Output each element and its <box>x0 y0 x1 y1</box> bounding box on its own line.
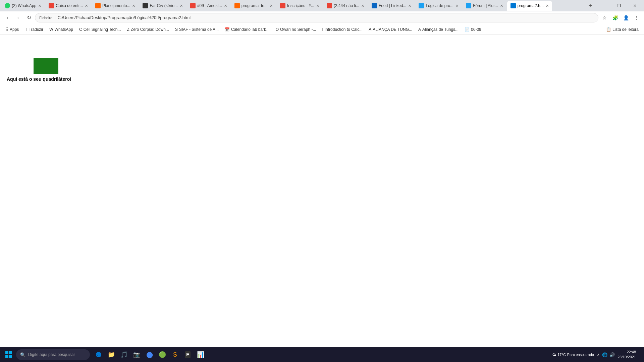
weather-icon: 🌤 <box>552 353 556 357</box>
bm-calendario[interactable]: 📅Calendario lab barb... <box>222 25 272 34</box>
weather-display[interactable]: 🌤 17°C Parc ensolarado <box>552 353 594 357</box>
bm-owari[interactable]: OOwari no Seraph -... <box>273 25 319 34</box>
bm-whatsapp-icon: W <box>49 27 53 32</box>
bm-0609[interactable]: 📄06-09 <box>462 25 484 34</box>
bm-siaf-label: SIAF - Sistema de A... <box>179 27 219 32</box>
start-button[interactable] <box>3 349 15 361</box>
tab-planejamento-favicon <box>95 3 101 8</box>
tray-chevron[interactable]: ∧ <box>597 352 600 357</box>
taskbar-sublime[interactable]: S <box>169 349 181 361</box>
taskbar-explorer[interactable]: 📁 <box>105 349 117 361</box>
tab-farcry-favicon <box>143 3 148 8</box>
taskbar-app9[interactable]: 📊 <box>195 349 207 361</box>
tab-gmail-close[interactable]: ✕ <box>85 4 88 8</box>
tab-forum[interactable]: Fórum | Alur...✕ <box>463 1 506 11</box>
bm-whatsapp[interactable]: WWhatsApp <box>47 25 76 34</box>
tab-programa[interactable]: programa_te...✕ <box>231 1 276 11</box>
bm-alianca-tung-label: ALIANÇA DE TUNG... <box>373 27 412 32</box>
taskbar-search[interactable]: 🔍 Digite aqui para pesquisar <box>16 349 90 360</box>
tab-farcry[interactable]: Far Cry (série...✕ <box>139 1 186 11</box>
clock-date: 23/10/2021 <box>618 355 636 360</box>
tab-programa2-favicon <box>511 3 516 8</box>
close-button[interactable]: ✕ <box>627 0 643 11</box>
tab-amostras-close[interactable]: ✕ <box>224 4 227 8</box>
weather-condition: Parc ensolarado <box>567 353 594 357</box>
bm-intro-calc-icon: I <box>322 27 323 32</box>
tab-whatsapp[interactable]: (2) WhatsApp✕ <box>1 1 45 11</box>
bm-siaf[interactable]: SSIAF - Sistema de A... <box>172 25 221 34</box>
bm-apps-icon: ⠿ <box>5 27 8 32</box>
tab-gmail[interactable]: Caixa de entr...✕ <box>45 1 91 11</box>
taskbar-app3[interactable]: 🎵 <box>118 349 130 361</box>
address-bar[interactable]: Ficheiro | C:/Users/Pichau/Desktop/Progr… <box>35 13 598 22</box>
tab-amostras-favicon <box>190 3 196 8</box>
tab-planejamento[interactable]: Planejamento...✕ <box>92 1 139 11</box>
browser-content: Aqui está o seu quadrilátero! <box>0 35 644 347</box>
minimize-button[interactable]: — <box>595 0 610 11</box>
titlebar: (2) WhatsApp✕Caixa de entr...✕Planejamen… <box>0 0 644 11</box>
bm-traduzir[interactable]: TTraduzir <box>22 25 46 34</box>
bm-aliancas-icon: A <box>418 27 421 32</box>
bm-zerocorpse-icon: Z <box>127 27 129 32</box>
tab-programa2[interactable]: programa2.h...✕ <box>507 1 552 11</box>
bm-zerocorpse[interactable]: ZZero Corpse: Down... <box>124 25 171 34</box>
tab-programa-label: programa_te... <box>241 3 268 8</box>
extensions-button[interactable]: 🧩 <box>610 13 620 22</box>
reload-button[interactable]: ↻ <box>24 13 34 22</box>
tab-linkedin-favicon <box>372 3 377 8</box>
reading-list-icon: 📋 <box>606 27 611 32</box>
tab-logica-close[interactable]: ✕ <box>455 4 459 8</box>
taskbar-chrome[interactable]: ⬤ <box>144 349 156 361</box>
star-button[interactable]: ☆ <box>600 13 609 22</box>
reading-list-button[interactable]: 📋 Lista de leitura <box>603 25 641 34</box>
tab-farcry-label: Far Cry (série... <box>150 3 177 8</box>
windows-icon <box>5 351 12 358</box>
svg-rect-2 <box>5 355 8 358</box>
tab-inscricoes[interactable]: Inscrições - Y...✕ <box>277 1 323 11</box>
taskbar-clock[interactable]: 22:48 23/10/2021 <box>618 350 636 360</box>
tab-amostras-label: #09 - Amost... <box>197 3 222 8</box>
bm-apps[interactable]: ⠿Apps <box>3 25 21 34</box>
taskbar-tray: 🌤 17°C Parc ensolarado ∧ 🌐 🔊 22:48 23/10… <box>552 350 641 360</box>
green-rectangle <box>34 58 58 74</box>
bm-cellsig-icon: C <box>79 27 82 32</box>
bm-intro-calc-label: Introduction to Calc... <box>325 27 363 32</box>
svg-rect-0 <box>5 351 8 354</box>
back-button[interactable]: ‹ <box>3 13 12 22</box>
forward-button[interactable]: › <box>13 13 23 22</box>
svg-rect-3 <box>9 355 12 358</box>
app4-icon: 📷 <box>133 351 141 358</box>
epic-icon: E <box>185 351 190 358</box>
taskbar-epic[interactable]: E <box>182 349 194 361</box>
tab-2444-close[interactable]: ✕ <box>361 4 364 8</box>
tab-whatsapp-close[interactable]: ✕ <box>38 4 41 8</box>
volume-icon[interactable]: 🔊 <box>609 352 615 357</box>
taskbar-app6[interactable]: 🟢 <box>156 349 168 361</box>
network-icon[interactable]: 🌐 <box>602 352 607 357</box>
tab-forum-favicon <box>466 3 471 8</box>
tab-linkedin[interactable]: Feed | Linked...✕ <box>368 1 415 11</box>
tab-linkedin-close[interactable]: ✕ <box>408 4 411 8</box>
tab-planejamento-close[interactable]: ✕ <box>132 4 135 8</box>
tab-forum-label: Fórum | Alur... <box>473 3 498 8</box>
bm-whatsapp-label: WhatsApp <box>55 27 73 32</box>
tab-programa2-close[interactable]: ✕ <box>546 4 549 8</box>
tab-forum-close[interactable]: ✕ <box>500 4 503 8</box>
bm-alianca-tung[interactable]: AALIANÇA DE TUNG... <box>366 25 415 34</box>
taskbar-edge[interactable] <box>93 349 105 361</box>
tab-amostras[interactable]: #09 - Amost...✕ <box>187 1 230 11</box>
maximize-button[interactable]: ❐ <box>611 0 627 11</box>
bm-cellsig[interactable]: CCell Signaling Tech... <box>76 25 124 34</box>
tab-farcry-close[interactable]: ✕ <box>180 4 183 8</box>
menu-button[interactable]: ⋮ <box>632 13 641 22</box>
tab-inscricoes-close[interactable]: ✕ <box>316 4 319 8</box>
new-tab-button[interactable]: + <box>586 1 595 10</box>
profile-button[interactable]: 👤 <box>621 13 631 22</box>
bm-aliancas[interactable]: AAlianças de Tungs... <box>416 25 461 34</box>
bm-intro-calc[interactable]: IIntroduction to Calc... <box>319 25 365 34</box>
tab-2444[interactable]: (2.444 não li...✕ <box>323 1 368 11</box>
taskbar-app4[interactable]: 📷 <box>131 349 143 361</box>
tab-programa-close[interactable]: ✕ <box>270 4 273 8</box>
tab-logica[interactable]: Lógica de pro...✕ <box>415 1 462 11</box>
window-controls: — ❐ ✕ <box>595 0 643 11</box>
